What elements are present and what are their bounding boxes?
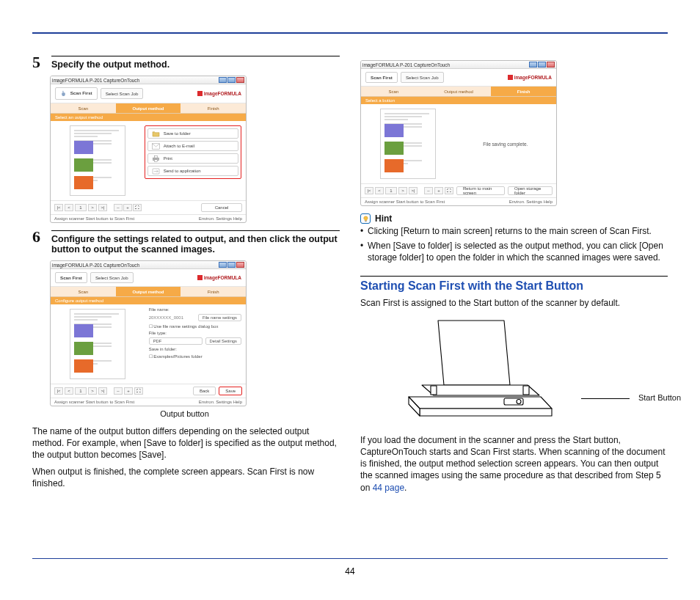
app-window: imageFORMULA P-201 CaptureOnTouch Scan F…	[50, 260, 247, 406]
minimize-icon[interactable]	[219, 77, 227, 83]
titlebar: imageFORMULA P-201 CaptureOnTouch	[51, 76, 246, 84]
option-label: Attach to E-mail	[164, 144, 194, 148]
maximize-icon[interactable]	[227, 262, 236, 268]
mode-label: Scan First	[70, 90, 92, 95]
page-link[interactable]: 44 page	[373, 483, 404, 493]
mode-label: Scan First	[60, 275, 82, 280]
zoom-in[interactable]: +	[124, 387, 133, 395]
step-finish: Finish	[181, 103, 246, 113]
nav-prev[interactable]: <	[65, 204, 73, 211]
lightbulb-icon	[360, 213, 371, 224]
list-item: Clicking [Return to main screen] returns…	[360, 225, 668, 237]
minimize-icon[interactable]	[219, 262, 227, 268]
fn-settings-button[interactable]: File name settings	[198, 314, 241, 321]
nav-page[interactable]: 1	[75, 387, 87, 395]
options-pane: Save to folder Attach to E-mail	[145, 121, 246, 200]
close-icon[interactable]	[236, 262, 244, 268]
cancel-button[interactable]: Cancel	[201, 203, 242, 212]
option-print[interactable]: Print	[147, 153, 238, 164]
nav-first[interactable]: |<	[54, 204, 63, 211]
sv-label: Save in folder:	[149, 347, 241, 351]
nav-next[interactable]: >	[88, 387, 97, 395]
ft-detail-button[interactable]: Detail Settings	[205, 337, 241, 345]
folder-icon	[152, 131, 160, 137]
left-column: 5 Specify the output method. imageFORMUL…	[32, 54, 340, 543]
text: .	[404, 483, 406, 493]
mode-scan-first[interactable]: Scan First	[55, 87, 98, 100]
help-link[interactable]: Help	[544, 200, 553, 204]
app-window: imageFORMULA P-201 CaptureOnTouch Scan F…	[360, 60, 557, 206]
footer: |< < 1 > >| – + ⛶ Cancel	[51, 200, 246, 214]
svg-rect-7	[431, 386, 437, 395]
return-button[interactable]: Return to main screen	[456, 186, 505, 195]
zoom-fit[interactable]: ⛶	[445, 187, 453, 194]
subhead: Select a button	[361, 97, 556, 104]
nav-last[interactable]: >|	[98, 387, 107, 395]
help-link[interactable]: Help	[233, 400, 242, 404]
window-controls	[529, 62, 555, 67]
page-nav: |< < 1 > >| – + ⛶	[54, 204, 142, 211]
option-save-to-folder[interactable]: Save to folder	[147, 128, 238, 139]
window-controls	[219, 77, 244, 83]
nav-first[interactable]: |<	[365, 187, 373, 194]
brand: imageFORMULA	[508, 75, 552, 80]
ft-select[interactable]: PDF	[149, 337, 203, 345]
nav-prev[interactable]: <	[375, 187, 384, 194]
minimize-icon[interactable]	[529, 62, 537, 67]
zoom-fit[interactable]: ⛶	[134, 387, 143, 395]
back-button[interactable]: Back	[193, 387, 216, 395]
mode-bar: Scan First Select Scan Job imageFORMULA	[51, 269, 246, 287]
fn-checkbox[interactable]: ☐ Use file name settings dialog box	[149, 323, 241, 329]
nav-page[interactable]: 1	[75, 204, 87, 211]
mode-select-job[interactable]: Select Scan Job	[101, 88, 144, 99]
mode-select-job[interactable]: Select Scan Job	[90, 272, 134, 283]
page-number: 44	[0, 566, 700, 577]
nav-prev[interactable]: <	[65, 387, 73, 395]
nav-first[interactable]: |<	[54, 387, 63, 395]
brand-text: imageFORMULA	[204, 91, 241, 96]
mode-bar: Scan First Select Scan Job imageFORMULA	[361, 69, 556, 87]
scanner-illustration: Start Button	[387, 315, 668, 427]
option-send-app[interactable]: Send to application	[147, 166, 238, 176]
zoom-out[interactable]: –	[114, 387, 123, 395]
mode-scan-first[interactable]: Scan First	[55, 272, 87, 283]
mode-label: Scan First	[371, 75, 393, 80]
close-icon[interactable]	[236, 77, 244, 83]
option-label: Save to folder	[164, 131, 191, 136]
zoom-in[interactable]: +	[123, 204, 132, 211]
help-link[interactable]: Help	[233, 216, 242, 221]
preview-pane	[361, 104, 455, 183]
nav-last[interactable]: >|	[98, 204, 107, 211]
figure-caption: Output button	[50, 409, 319, 418]
close-icon[interactable]	[547, 62, 555, 67]
app-icon	[152, 168, 160, 175]
svg-rect-5	[365, 221, 366, 222]
zoom-fit[interactable]: ⛶	[133, 204, 142, 211]
maximize-icon[interactable]	[538, 62, 546, 67]
option-label: Send to application	[164, 169, 201, 173]
zoom-out[interactable]: –	[424, 187, 433, 194]
env-settings-link[interactable]: Environ. Settings	[199, 216, 232, 221]
mode-scan-first[interactable]: Scan First	[365, 72, 398, 83]
open-folder-button[interactable]: Open storage folder	[508, 186, 553, 195]
mode-select-job[interactable]: Select Scan Job	[401, 72, 444, 83]
paragraph: When output is finished, the complete sc…	[32, 466, 340, 489]
columns: 5 Specify the output method. imageFORMUL…	[32, 54, 668, 543]
brand: imageFORMULA	[197, 91, 241, 96]
nav-next[interactable]: >	[88, 204, 97, 211]
step-title: Specify the output method.	[51, 56, 340, 70]
option-attach-email[interactable]: Attach to E-mail	[147, 141, 238, 151]
zoom-out[interactable]: –	[114, 204, 123, 211]
sv-value[interactable]: ☐ Examples/Pictures folder	[149, 354, 241, 359]
zoom-in[interactable]: +	[434, 187, 443, 194]
maximize-icon[interactable]	[227, 77, 236, 83]
statusbar: Assign scanner Start button to Scan Firs…	[51, 398, 246, 406]
env-settings-link[interactable]: Environ. Settings	[199, 400, 232, 404]
window-controls	[219, 262, 244, 268]
status-text: Assign scanner Start button to Scan Firs…	[365, 200, 445, 204]
env-settings-link[interactable]: Environ. Settings	[509, 200, 542, 204]
nav-next[interactable]: >	[398, 187, 407, 194]
nav-last[interactable]: >|	[409, 187, 418, 194]
save-button[interactable]: Save	[219, 387, 242, 395]
nav-page[interactable]: 1	[385, 187, 397, 194]
